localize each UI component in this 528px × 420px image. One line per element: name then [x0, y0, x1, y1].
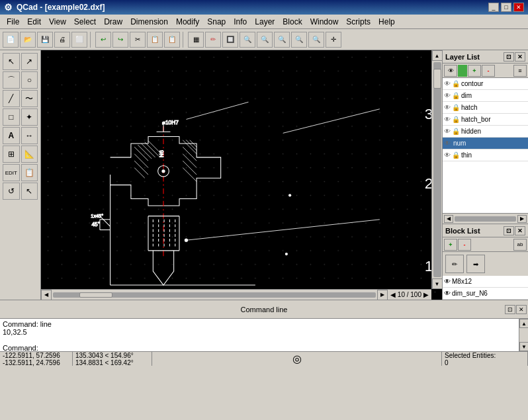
angle-cell: 135.3043 < 154.96° 134.8831 < 169.42°	[73, 352, 152, 366]
tb-zoom-in[interactable]: 🔍	[274, 32, 290, 48]
command-dock-btn[interactable]: ⊡	[505, 305, 515, 314]
tb-copy[interactable]: 📋	[147, 32, 163, 48]
tb-pencil[interactable]: ✏	[205, 32, 221, 48]
minimize-button[interactable]: _	[488, 3, 499, 12]
layer-remove-btn[interactable]: -	[482, 65, 495, 77]
block-add-btn[interactable]: +	[444, 239, 457, 251]
menu-dimension[interactable]: Dimension	[126, 16, 172, 28]
maximize-button[interactable]: □	[501, 3, 511, 12]
tb-print[interactable]: 🖨	[54, 32, 70, 48]
menu-layer[interactable]: Layer	[251, 16, 279, 28]
menu-help[interactable]: Help	[374, 16, 399, 28]
block-panel-dock[interactable]: ⊡	[504, 226, 514, 235]
block-arrow-icon[interactable]: ➡	[466, 255, 485, 273]
scroll-down-arrow[interactable]: ▼	[432, 278, 443, 289]
tool-spline[interactable]: 〜	[21, 90, 38, 107]
menu-scripts[interactable]: Scripts	[342, 16, 374, 28]
window-title: QCad - [example02.dxf]	[17, 3, 105, 12]
menu-info[interactable]: Info	[230, 16, 251, 28]
layer-color-btn[interactable]	[458, 65, 467, 77]
tb-zoom-out[interactable]: 🔍	[291, 32, 307, 48]
prev-page-btn[interactable]: ◀	[390, 291, 396, 298]
layer-scroll-left[interactable]: ◀	[444, 215, 453, 223]
tb-cut[interactable]: ✂	[130, 32, 146, 48]
cmd-scroll-down[interactable]: ▼	[519, 342, 528, 351]
tb-print2[interactable]: ⬜	[71, 32, 87, 48]
tool-pointer[interactable]: ↖	[21, 183, 38, 200]
tool-hatch[interactable]: ⊞	[3, 146, 20, 163]
block-name-m8x12: M8x12	[452, 278, 472, 285]
menu-edit[interactable]: Edit	[23, 16, 45, 28]
tb-select-box[interactable]: 🔲	[222, 32, 238, 48]
layer-item-contour[interactable]: 👁 🔒 contour	[443, 78, 528, 90]
block-remove-btn[interactable]: -	[458, 239, 471, 251]
block-pencil-icon[interactable]: ✏	[445, 255, 464, 273]
menu-draw[interactable]: Draw	[100, 16, 126, 28]
block-panel: Block List ⊡ ✕ + - ab ✏ ➡ 👁	[443, 224, 528, 300]
menu-modify[interactable]: Modify	[172, 16, 203, 28]
tool-line[interactable]: ╱	[3, 90, 20, 107]
layer-item-dim[interactable]: 👁 🔒 dim	[443, 90, 528, 102]
tool-edit[interactable]: EDIT	[3, 164, 20, 181]
next-page-btn[interactable]: ▶	[423, 291, 429, 298]
close-button[interactable]: ✕	[513, 3, 524, 12]
layer-item-hatch[interactable]: 👁 🔒 hatch	[443, 102, 528, 114]
tool-select-cross[interactable]: ↗	[21, 53, 38, 70]
tb-grid[interactable]: ▦	[188, 32, 204, 48]
scroll-up-arrow[interactable]: ▲	[432, 50, 443, 61]
layer-panel-close[interactable]: ✕	[515, 52, 525, 62]
layer-panel-dock[interactable]: ⊡	[504, 52, 514, 62]
tool-dimension[interactable]: ↔	[21, 127, 38, 144]
tb-paste[interactable]: 📋	[164, 32, 180, 48]
layer-eye-btn[interactable]: 👁	[444, 65, 457, 77]
eye-icon: 👁	[444, 104, 451, 111]
layer-item-hatch-bor[interactable]: 👁 🔒 hatch_bor	[443, 114, 528, 126]
layer-scroll-right[interactable]: ▶	[517, 215, 527, 223]
menu-select[interactable]: Select	[70, 16, 100, 28]
menu-file[interactable]: File	[3, 16, 23, 28]
tb-new[interactable]: 📄	[3, 32, 19, 48]
horizontal-scrollbar[interactable]: ◀ ▶ ◀ 10 / 100 ▶	[41, 289, 431, 300]
tool-row-6: ⊞ 📐	[3, 146, 38, 163]
menu-view[interactable]: View	[45, 16, 70, 28]
menu-snap[interactable]: Snap	[203, 16, 230, 28]
tb-zoom-extents[interactable]: 🔍	[308, 32, 324, 48]
canvas-area[interactable]: ⌀10H7 N6 45° 1x45° 3 2 1	[41, 50, 442, 300]
selected-entities-label: Selected Entities:	[445, 352, 496, 359]
tb-pan[interactable]: ✛	[326, 32, 341, 48]
tool-text[interactable]: A	[3, 127, 20, 144]
tool-clipboard[interactable]: 📋	[21, 164, 38, 181]
layer-item-thin[interactable]: 👁 🔒 thin	[443, 149, 528, 161]
scroll-right-arrow[interactable]: ▶	[377, 290, 388, 300]
tb-zoom-window[interactable]: 🔍	[257, 32, 273, 48]
angle-1: 135.3043 < 154.96°	[75, 352, 134, 359]
tool-circle[interactable]: ○	[21, 71, 38, 89]
tb-undo[interactable]: ↩	[95, 32, 111, 48]
tool-measure[interactable]: 📐	[21, 146, 38, 163]
layer-item-hidden[interactable]: 👁 🔒 hidden	[443, 126, 528, 138]
scroll-left-arrow[interactable]: ◀	[41, 290, 52, 300]
command-close-btn[interactable]: ✕	[516, 305, 527, 314]
tool-star[interactable]: ✦	[21, 108, 38, 126]
tool-select-arrow[interactable]: ↖	[3, 53, 20, 70]
tool-rotate[interactable]: ↺	[3, 183, 20, 200]
block-rename-btn[interactable]: ab	[513, 239, 527, 251]
block-item-dim-sur-n6[interactable]: 👁 dim_sur_N6	[443, 288, 528, 300]
vertical-scrollbar[interactable]: ▲ ▼	[431, 50, 442, 289]
menu-block[interactable]: Block	[279, 16, 306, 28]
tb-save[interactable]: 💾	[37, 32, 53, 48]
tool-rect[interactable]: □	[3, 108, 20, 126]
layer-menu-btn[interactable]: ≡	[513, 65, 527, 77]
left-tools: ↖ ↗ ⌒ ○ ╱ 〜 □ ✦ A ↔ ⊞ 📐 EDIT 📋 ↺ ↖	[0, 50, 41, 300]
block-panel-close[interactable]: ✕	[515, 226, 525, 235]
cmd-scroll-up[interactable]: ▲	[519, 319, 528, 328]
layer-scroll[interactable]: ◀ ▶	[443, 213, 528, 224]
layer-item-num[interactable]: 👁 num	[443, 138, 528, 149]
layer-add-btn[interactable]: +	[468, 65, 481, 77]
tb-open[interactable]: 📂	[20, 32, 36, 48]
tool-arc[interactable]: ⌒	[3, 71, 20, 89]
block-item-m8x12[interactable]: 👁 M8x12	[443, 276, 528, 288]
tb-redo[interactable]: ↪	[112, 32, 128, 48]
menu-window[interactable]: Window	[306, 16, 343, 28]
tb-zoom-realtime[interactable]: 🔍	[240, 32, 255, 48]
